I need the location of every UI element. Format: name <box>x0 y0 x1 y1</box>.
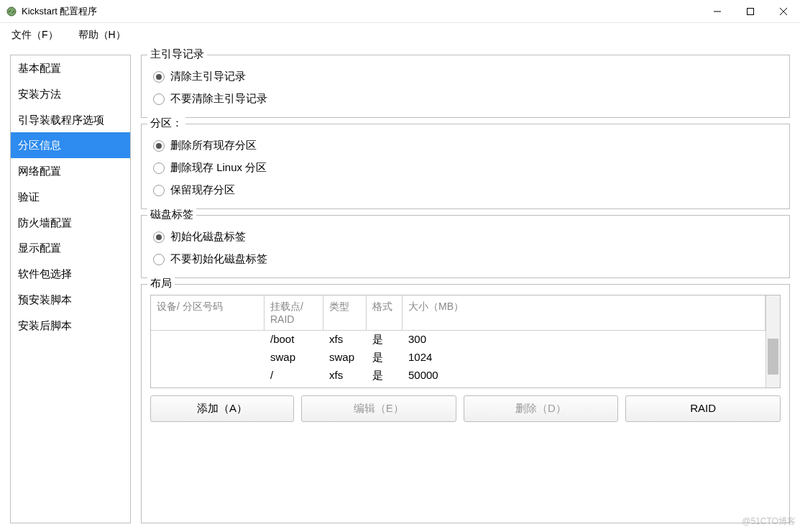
table-body: /bootxfs是300swapswap是1024/xfs是50000 <box>151 331 765 385</box>
group-layout-title: 布局 <box>147 277 175 290</box>
table-cell: 300 <box>403 331 765 349</box>
table-cell: /boot <box>265 331 323 349</box>
table-cell: 是 <box>367 349 403 367</box>
th-type[interactable]: 类型 <box>323 295 367 330</box>
menu-file[interactable]: 文件（F） <box>12 29 58 42</box>
minimize-button[interactable] <box>701 0 734 23</box>
sidebar-item-4[interactable]: 网络配置 <box>11 158 130 184</box>
radio-label: 保留现存分区 <box>170 183 235 197</box>
table-row[interactable]: /bootxfs是300 <box>151 331 765 349</box>
table-scrollbar[interactable] <box>765 295 780 387</box>
radio-icon <box>153 254 165 265</box>
table-cell: / <box>265 367 323 385</box>
group-disklabel: 磁盘标签 初始化磁盘标签不要初始化磁盘标签 <box>141 215 790 278</box>
mbr-option-1[interactable]: 不要清除主引导记录 <box>150 88 781 110</box>
sidebar-item-10[interactable]: 安装后脚本 <box>11 313 130 339</box>
sidebar-item-8[interactable]: 软件包选择 <box>11 261 130 287</box>
raid-button[interactable]: RAID <box>625 395 781 422</box>
table-cell <box>151 367 265 385</box>
sidebar-item-1[interactable]: 安装方法 <box>11 81 130 107</box>
close-button[interactable] <box>767 0 800 23</box>
th-mount[interactable]: 挂载点/ RAID <box>265 295 323 330</box>
sidebar-item-3[interactable]: 分区信息 <box>11 132 130 158</box>
titlebar: Kickstart 配置程序 <box>0 0 800 23</box>
table-cell: xfs <box>323 367 367 385</box>
table-cell: swap <box>323 349 367 367</box>
th-device[interactable]: 设备/ 分区号码 <box>151 295 265 330</box>
radio-icon <box>153 93 165 105</box>
group-layout: 布局 设备/ 分区号码 挂载点/ RAID 类型 格式 大小（MB） /boot… <box>141 284 790 523</box>
app-icon <box>6 6 17 17</box>
main-panel: 主引导记录 清除主引导记录不要清除主引导记录 分区： 删除所有现存分区删除现存 … <box>141 55 790 523</box>
table-cell: 是 <box>367 331 403 349</box>
content: 基本配置安装方法引导装载程序选项分区信息网络配置验证防火墙配置显示配置软件包选择… <box>0 47 800 531</box>
sidebar-item-0[interactable]: 基本配置 <box>11 55 130 81</box>
radio-icon <box>153 185 165 196</box>
scrollbar-thumb[interactable] <box>768 339 778 375</box>
watermark: @51CTO博客 <box>742 515 796 528</box>
svg-point-0 <box>7 7 16 16</box>
group-mbr: 主引导记录 清除主引导记录不要清除主引导记录 <box>141 55 790 118</box>
table-cell <box>151 349 265 367</box>
sidebar-item-9[interactable]: 预安装脚本 <box>11 287 130 313</box>
delete-button[interactable]: 删除（D） <box>464 395 619 422</box>
layout-button-row: 添加（A） 编辑（E） 删除（D） RAID <box>150 395 781 422</box>
table-row[interactable]: swapswap是1024 <box>151 349 765 367</box>
maximize-button[interactable] <box>734 0 767 23</box>
group-mbr-title: 主引导记录 <box>147 47 207 61</box>
radio-label: 不要清除主引导记录 <box>170 92 267 106</box>
partition-option-2[interactable]: 保留现存分区 <box>150 179 781 201</box>
radio-label: 删除现存 Linux 分区 <box>170 161 267 175</box>
sidebar: 基本配置安装方法引导装载程序选项分区信息网络配置验证防火墙配置显示配置软件包选择… <box>10 55 131 523</box>
add-button[interactable]: 添加（A） <box>150 395 294 422</box>
group-partition: 分区： 删除所有现存分区删除现存 Linux 分区保留现存分区 <box>141 124 790 209</box>
sidebar-item-6[interactable]: 防火墙配置 <box>11 210 130 236</box>
table-cell: xfs <box>323 331 367 349</box>
partition-option-0[interactable]: 删除所有现存分区 <box>150 134 781 157</box>
svg-rect-2 <box>748 8 754 14</box>
radio-icon <box>153 231 165 243</box>
group-partition-title: 分区： <box>147 116 185 130</box>
mbr-option-0[interactable]: 清除主引导记录 <box>150 65 781 88</box>
partition-option-1[interactable]: 删除现存 Linux 分区 <box>150 157 781 179</box>
radio-label: 删除所有现存分区 <box>170 139 257 152</box>
disklabel-option-1[interactable]: 不要初始化磁盘标签 <box>150 248 781 270</box>
table-cell <box>151 331 265 349</box>
menubar: 文件（F） 帮助（H） <box>0 23 800 47</box>
sidebar-item-5[interactable]: 验证 <box>11 184 130 210</box>
table-cell: 是 <box>367 367 403 385</box>
th-size[interactable]: 大小（MB） <box>403 295 765 330</box>
window-controls <box>701 0 800 23</box>
menu-help[interactable]: 帮助（H） <box>78 29 126 42</box>
table-cell: swap <box>265 349 323 367</box>
table-cell: 50000 <box>403 367 765 385</box>
radio-label: 不要初始化磁盘标签 <box>170 252 267 266</box>
radio-label: 初始化磁盘标签 <box>170 230 246 244</box>
sidebar-item-2[interactable]: 引导装载程序选项 <box>11 107 130 133</box>
table-row[interactable]: /xfs是50000 <box>151 367 765 385</box>
radio-icon <box>153 140 165 152</box>
radio-label: 清除主引导记录 <box>170 70 246 83</box>
disklabel-option-0[interactable]: 初始化磁盘标签 <box>150 226 781 248</box>
radio-icon <box>153 162 165 174</box>
th-format[interactable]: 格式 <box>367 295 403 330</box>
radio-icon <box>153 71 165 83</box>
layout-table: 设备/ 分区号码 挂载点/ RAID 类型 格式 大小（MB） /bootxfs… <box>150 295 781 388</box>
sidebar-item-7[interactable]: 显示配置 <box>11 235 130 261</box>
window-title: Kickstart 配置程序 <box>22 5 97 18</box>
table-header: 设备/ 分区号码 挂载点/ RAID 类型 格式 大小（MB） <box>151 295 765 331</box>
table-cell: 1024 <box>403 349 765 367</box>
group-disklabel-title: 磁盘标签 <box>147 208 196 221</box>
edit-button[interactable]: 编辑（E） <box>301 395 456 422</box>
